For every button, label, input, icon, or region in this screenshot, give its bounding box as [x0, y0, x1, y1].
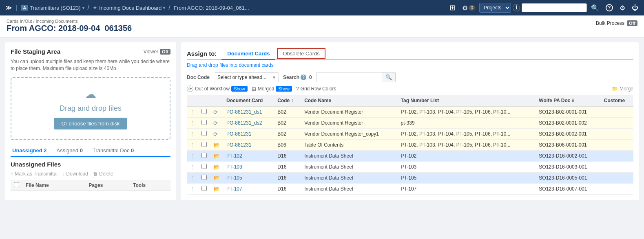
table-row: ⋮ 📂 PT-105 D16 Instrument Data Sheet PT-… [187, 173, 633, 184]
row-document-card[interactable]: PT-102 [223, 151, 274, 162]
notification-badge: 0 [469, 5, 475, 11]
tab-assigned[interactable]: Assigned 0 [55, 145, 84, 156]
row-document-card[interactable]: PT-107 [223, 184, 274, 195]
row-tag-list: PT-102, PT-103, PT-104, PT-105, PT-106, … [398, 140, 536, 151]
row-wolfe: SO123-B02-0001-002 [536, 118, 600, 129]
merge-button[interactable]: 📁 Merge [612, 86, 633, 92]
nav-sep-3: / [168, 4, 170, 11]
row-checkbox[interactable] [201, 175, 207, 180]
row-document-card[interactable]: PO-881231 [223, 140, 274, 151]
row-document-card[interactable]: PO-881231_ds2 [223, 118, 274, 129]
global-settings-icon: ⚙ [620, 4, 625, 12]
nav-sep-1: | [16, 4, 18, 11]
row-wolfe: SO123-D16-0007-001 [536, 184, 600, 195]
table-row: ⋮ ⟳ PO-881231_ds1 B02 Vendor Document Re… [187, 106, 633, 118]
row-code-name: Table Of Contents [301, 140, 397, 151]
table-row: ⋮ 📂 PT-103 D16 Instrument Data Sheet PT-… [187, 162, 633, 173]
search-info-icon: ? [301, 75, 306, 80]
viewer-toggle: Viewer Off [144, 49, 170, 55]
search-label-text: Search [283, 75, 299, 80]
row-checkbox[interactable] [201, 131, 207, 136]
col-drag-header [187, 95, 198, 106]
tab-document-cards[interactable]: Document Cards [221, 48, 275, 60]
file-staging-title: File Staging Area [11, 48, 60, 55]
nav-breadcrumb-transmitters[interactable]: A Transmitters (SO123) ▾ [19, 5, 86, 11]
col-code-header: Code ↑ [274, 95, 301, 106]
out-of-workflow-label: Out of Workflow [195, 86, 230, 92]
row-checkbox[interactable] [201, 186, 207, 191]
row-checkbox-cell [198, 106, 210, 118]
row-checkbox[interactable] [201, 109, 207, 114]
row-type-icon-cell: ⟳ [210, 118, 223, 129]
row-tag-list: PT-107 [398, 184, 536, 195]
row-code: B02 [274, 118, 301, 129]
info-icon[interactable]: ℹ [513, 4, 520, 11]
row-document-card[interactable]: PO-881231_ds1 [223, 106, 274, 118]
col-code-name-header: Code Name [301, 95, 397, 106]
folder-icon: 📂 [213, 142, 220, 148]
tab-unassigned[interactable]: Unassigned 2 [11, 145, 49, 157]
tab-obsolete-cards[interactable]: Obsolete Cards [277, 48, 325, 59]
action-delete[interactable]: 🗑 Delete [93, 171, 113, 177]
action-mark-transmittal[interactable]: ≡ Mark as Transmittal [11, 171, 58, 177]
row-code: D16 [274, 184, 301, 195]
col-tag-number-header: Tag Number List [398, 95, 536, 106]
nav-search-input[interactable] [522, 3, 587, 12]
nav-logout-button[interactable]: ⏻ [629, 2, 641, 13]
nav-help-button[interactable]: ? [603, 2, 615, 13]
projects-select[interactable]: Projects [479, 3, 511, 13]
row-type-icon-cell: 📂 [210, 151, 223, 162]
choose-files-button[interactable]: Or choose files from disk [54, 118, 127, 129]
drag-handle: ⋮ [187, 151, 198, 162]
search-input[interactable] [316, 73, 382, 82]
file-table-col-pages: Pages [85, 180, 130, 191]
row-checkbox[interactable] [201, 120, 207, 125]
row-document-card[interactable]: PT-105 [223, 173, 274, 184]
refresh-icon: ⟳ [213, 131, 218, 137]
tab-transmittal-doc[interactable]: Transmittal Doc 0 [91, 145, 135, 156]
drop-cloud-icon: ☁ [18, 88, 163, 101]
row-code: D16 [274, 173, 301, 184]
refresh-icon: ⟳ [213, 120, 218, 126]
bulk-process-toggle[interactable]: Off [627, 20, 637, 26]
search-submit-button[interactable]: 🔍 [382, 72, 395, 82]
left-panel: File Staging Area Viewer Off You can upl… [5, 42, 176, 200]
doc-code-select[interactable]: Select or type ahead... ▾ [214, 72, 279, 82]
file-select-all-checkbox[interactable] [14, 182, 19, 187]
viewer-toggle-state[interactable]: Off [160, 49, 170, 55]
nav-global-settings-button[interactable]: ⚙ [617, 2, 628, 13]
row-checkbox-cell [198, 162, 210, 173]
drag-handle: ⋮ [187, 173, 198, 184]
folder-icon: 📂 [213, 186, 220, 192]
out-of-workflow-icon: ⟳ [187, 86, 193, 92]
row-code: B02 [274, 129, 301, 140]
nav-settings-button[interactable]: ⚙ 0 [460, 2, 478, 13]
file-staging-desc: You can upload multiple files and keep t… [11, 58, 170, 72]
merge-folder-icon: 📁 [612, 86, 618, 92]
drag-handle: ⋮ [187, 118, 198, 129]
row-checkbox[interactable] [201, 142, 207, 147]
nav-current-label: From AGCO: 2018-09-04_061... [174, 5, 249, 11]
row-checkbox[interactable] [201, 153, 207, 158]
row-checkbox[interactable] [201, 164, 207, 169]
nav-breadcrumb-incoming[interactable]: ✦ Incoming Docs Dashboard ▾ [91, 4, 167, 11]
nav-search-button[interactable]: 🔍 [589, 2, 602, 13]
row-checkbox-cell [198, 129, 210, 140]
merged-label: Merged [258, 86, 274, 92]
out-of-workflow-badge[interactable]: Show [231, 86, 248, 92]
folder-icon: 📂 [213, 153, 220, 159]
drag-handle: ⋮ [187, 184, 198, 195]
file-table-header-row: File Name Pages Tools [11, 180, 170, 191]
unassigned-section-title: Unassigned Files [11, 161, 170, 168]
nav-cards-button[interactable]: ⊞ [447, 2, 458, 14]
drop-zone[interactable]: ☁ Drag and drop files Or choose files fr… [11, 77, 170, 140]
row-document-card[interactable]: PT-103 [223, 162, 274, 173]
row-code-name: Vendor Document Register [301, 106, 397, 118]
file-actions: ≡ Mark as Transmittal ↓ Download 🗑 Delet… [11, 171, 170, 177]
row-tag-list: PT-105 [398, 173, 536, 184]
row-document-card[interactable]: PO-881231 [223, 129, 274, 140]
row-code: D16 [274, 151, 301, 162]
action-download[interactable]: ↓ Download [62, 171, 88, 177]
merged-badge[interactable]: Show [276, 86, 292, 92]
page-header-row: Cards In/Out / Incoming Documents From A… [7, 19, 637, 33]
